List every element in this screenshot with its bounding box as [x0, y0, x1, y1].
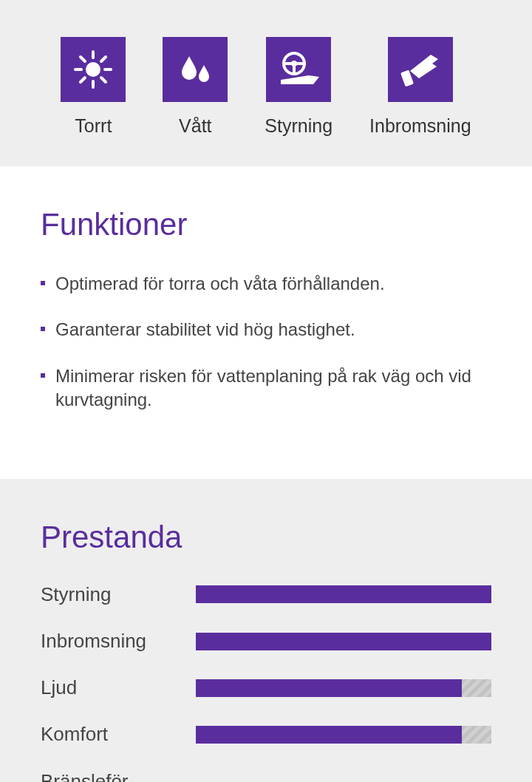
icon-cell-dry: Torrt	[61, 37, 126, 137]
perf-label: Bränsleför- brukning	[41, 772, 196, 782]
performance-title: Prestanda	[41, 520, 491, 555]
perf-row-fuel: Bränsleför- brukning	[41, 772, 491, 782]
perf-fill	[196, 726, 462, 744]
features-section: Funktioner Optimerad för torra och våta …	[0, 166, 532, 479]
svg-rect-13	[400, 70, 414, 87]
perf-fill	[196, 679, 462, 697]
wet-icon	[163, 37, 228, 102]
perf-label: Styrning	[41, 585, 196, 605]
icon-label-steering: Styrning	[265, 115, 332, 137]
perf-bar	[196, 585, 491, 603]
perf-fill	[196, 585, 491, 603]
perf-label: Ljud	[41, 678, 196, 698]
perf-row-steering: Styrning	[41, 585, 491, 605]
icons-panel: Torrt Vått Styrning	[0, 0, 532, 166]
svg-line-6	[101, 78, 106, 82]
icon-cell-steering: Styrning	[265, 37, 332, 137]
performance-rows: Styrning Inbromsning Ljud Komfort Bränsl	[41, 585, 491, 782]
perf-row-comfort: Komfort	[41, 724, 491, 744]
feature-item: Optimerad för torra och våta förhållande…	[41, 272, 491, 296]
svg-line-7	[101, 57, 106, 61]
features-title: Funktioner	[41, 207, 491, 242]
perf-bar	[196, 679, 491, 697]
icon-cell-wet: Vått	[163, 37, 228, 137]
icon-label-wet: Vått	[179, 115, 211, 137]
svg-line-5	[81, 57, 85, 61]
perf-label: Inbromsning	[41, 631, 196, 651]
dry-icon	[61, 37, 126, 102]
performance-section: Prestanda Styrning Inbromsning Ljud Komf…	[0, 479, 532, 782]
perf-bar	[196, 633, 491, 650]
icon-label-dry: Torrt	[75, 115, 112, 137]
svg-point-0	[86, 62, 100, 77]
feature-list: Optimerad för torra och våta förhållande…	[41, 272, 491, 412]
steer-icon	[266, 37, 331, 102]
svg-line-8	[81, 78, 85, 82]
icon-label-braking: Inbromsning	[369, 115, 471, 137]
feature-item: Minimerar risken för vattenplaning på ra…	[41, 364, 491, 412]
perf-bar	[196, 726, 491, 744]
perf-row-sound: Ljud	[41, 678, 491, 698]
feature-item: Garanterar stabilitet vid hög hastighet.	[41, 318, 491, 341]
brake-icon	[388, 37, 453, 102]
perf-fill	[196, 633, 491, 650]
perf-label: Komfort	[41, 724, 196, 744]
icon-cell-braking: Inbromsning	[369, 37, 471, 137]
perf-row-braking: Inbromsning	[41, 631, 491, 651]
icons-row: Torrt Vått Styrning	[0, 37, 532, 137]
